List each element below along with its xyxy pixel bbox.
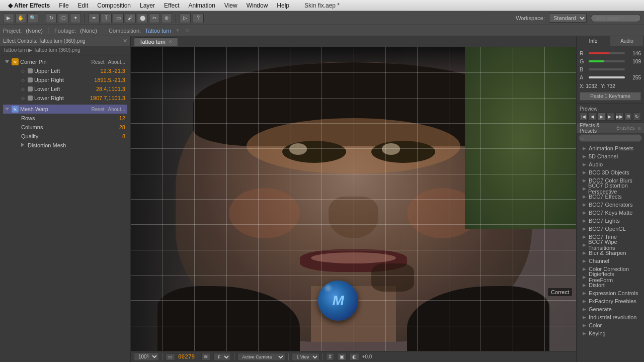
preview-first-btn[interactable]: |◀	[580, 113, 588, 121]
grid-btn[interactable]: #	[326, 353, 334, 360]
lower-right-value[interactable]: 1907.7,1101.3	[90, 95, 125, 101]
quality-row[interactable]: Quality 8	[3, 132, 127, 141]
collapse-left-panel[interactable]: ✕	[123, 38, 127, 44]
comp-name-value[interactable]: Tattoo turn	[145, 28, 171, 34]
text-tool[interactable]: T	[101, 13, 112, 23]
ep-item-bcc7keys[interactable]: ▶ BCC7 Keys Matte	[577, 209, 644, 217]
lower-left-value[interactable]: 28.4,1101.3	[96, 86, 125, 92]
comp-tab-tattoo-turn[interactable]: Tattoo turn ✕	[134, 37, 178, 46]
rotate-tool[interactable]: ↻	[46, 13, 57, 23]
menu-after-effects[interactable]: ◆ After Effects	[4, 1, 54, 10]
ep-item-channel[interactable]: ▶ Channel	[577, 257, 644, 265]
ep-brushes[interactable]: Brushes	[616, 125, 635, 131]
ep-item-audio[interactable]: ▶ Audio	[577, 160, 644, 168]
lower-right-row[interactable]: ◇ Lower Right 1907.7,1101.3	[3, 94, 127, 103]
safe-zones-btn[interactable]: ▣	[337, 353, 347, 360]
menu-edit[interactable]: Edit	[74, 1, 93, 10]
workspace-select[interactable]: Standard	[549, 14, 587, 23]
help-search-input[interactable]	[591, 14, 641, 22]
paste-keyframe-btn[interactable]: Paste 1 Keyframe	[580, 92, 641, 101]
menu-animation[interactable]: Animation	[184, 1, 219, 10]
ep-item-bcc3d[interactable]: ▶ BCC 3D Objects	[577, 168, 644, 176]
camera-select[interactable]: Active Camera	[237, 353, 285, 361]
mesh-warp-header[interactable]: fx Mesh Warp Reset About...	[3, 105, 127, 114]
roto-tool[interactable]: ✂	[149, 13, 160, 23]
preview-next-btn[interactable]: ▶|	[606, 113, 614, 121]
ep-item-fxfactory[interactable]: ▶ FxFactory Freebies	[577, 297, 644, 305]
render-tool[interactable]: ▷	[180, 13, 191, 23]
playback-resolution[interactable]: ▭	[166, 353, 175, 360]
ep-item-digi[interactable]: ▶ Digieffects FreeForm	[577, 273, 644, 281]
ep-item-generate[interactable]: ▶ Generate	[577, 305, 644, 313]
preview-play-btn[interactable]: ▶	[597, 113, 605, 121]
corner-pin-reset[interactable]: Reset	[91, 59, 104, 65]
menu-effect[interactable]: Effect	[160, 1, 183, 10]
right-panel: Info Audio R 146 G 109 B	[576, 36, 644, 362]
quality-label: Quality	[21, 133, 121, 139]
ep-item-bcc7gen[interactable]: ▶ BCC7 Generators	[577, 201, 644, 209]
ep-item-keying[interactable]: ▶ Keying	[577, 329, 644, 337]
selection-tool[interactable]: ▶	[3, 13, 14, 23]
tab-info[interactable]: Info	[577, 36, 610, 46]
xy-info: X: 1032 Y: 732	[580, 83, 641, 89]
tool-group-rotate: ↻ ⬡ ✦	[46, 13, 81, 23]
puppet-tool[interactable]: ⊕	[161, 13, 172, 23]
shape-tool[interactable]: ▭	[113, 13, 124, 23]
quality-select[interactable]: Full	[213, 353, 231, 361]
upper-left-value[interactable]: 12.3,-21.3	[100, 68, 125, 74]
menu-file[interactable]: File	[55, 1, 72, 10]
corner-pin-about[interactable]: About...	[108, 59, 125, 65]
preview-loop-btn[interactable]: ↻	[633, 113, 641, 121]
rows-row[interactable]: Rows 12	[3, 114, 127, 123]
upper-right-value[interactable]: 1891.5,-21.3	[94, 77, 125, 83]
menu-help[interactable]: Help	[273, 1, 293, 10]
columns-value[interactable]: 28	[119, 124, 125, 130]
pen-tool[interactable]: ✒	[89, 13, 100, 23]
stamp-tool[interactable]: ⬤	[137, 13, 148, 23]
ep-item-industrial[interactable]: ▶ Industrial revolution	[577, 313, 644, 321]
menu-layer[interactable]: Layer	[136, 1, 159, 10]
preview-last-btn[interactable]: ▶▶	[615, 113, 623, 121]
shoulder-left	[157, 286, 300, 351]
quality-value[interactable]: 8	[122, 133, 125, 139]
light-tool[interactable]: ✦	[70, 13, 81, 23]
mesh-warp-about[interactable]: About...	[108, 107, 125, 112]
mesh-warp-arrow[interactable]	[5, 107, 10, 112]
view-select[interactable]: 1 View	[292, 353, 319, 361]
camera-tool[interactable]: ⬡	[58, 13, 69, 23]
ep-item-expression[interactable]: ▶ Expression Controls	[577, 289, 644, 297]
comp-tab-close[interactable]: ✕	[169, 39, 173, 44]
rows-value[interactable]: 12	[119, 115, 125, 121]
upper-right-row[interactable]: ◇ Upper Right 1891.5,-21.3	[3, 75, 127, 84]
ep-item-bcc7ogl[interactable]: ▶ BCC7 OpenGL	[577, 225, 644, 233]
zoom-select[interactable]: 100%	[134, 352, 159, 361]
menu-view[interactable]: View	[220, 1, 242, 10]
columns-row[interactable]: Columns 28	[3, 123, 127, 132]
menu-window[interactable]: Window	[243, 1, 272, 10]
ep-item-bcc7wipe[interactable]: ▶ BCC7 Wipe Transitions	[577, 241, 644, 249]
paint-tool[interactable]: 🖌	[125, 13, 136, 23]
help-tool[interactable]: ?	[193, 13, 204, 23]
menu-composition[interactable]: Composition	[93, 1, 135, 10]
motion-blur-btn[interactable]: ≋	[201, 353, 210, 360]
ep-search-input[interactable]	[579, 134, 642, 142]
hand-tool[interactable]: ✋	[15, 13, 26, 23]
lower-left-row[interactable]: ◇ Lower Left 28.4,1101.3	[3, 84, 127, 94]
ep-item-bcc7dist[interactable]: ▶ BCC7 Distortion Perspective	[577, 185, 644, 193]
dm-arrow[interactable]	[21, 143, 26, 148]
ep-item-5d-channel[interactable]: ▶ 5D Channel	[577, 152, 644, 160]
corner-pin-header[interactable]: fx Corner Pin Reset About...	[3, 57, 127, 66]
ep-item-color[interactable]: ▶ Color	[577, 321, 644, 329]
ep-menu[interactable]: ≡	[638, 125, 641, 131]
upper-left-row[interactable]: ◇ Upper Left 12.3,-21.3	[3, 66, 127, 75]
ep-item-animation-presets[interactable]: ▶ Animation Presets	[577, 144, 644, 152]
corner-pin-arrow[interactable]	[5, 59, 10, 64]
mesh-warp-reset[interactable]: Reset	[91, 107, 104, 112]
tab-audio[interactable]: Audio	[610, 36, 644, 46]
preview-ram-btn[interactable]: ⊞	[624, 113, 632, 121]
ep-item-bcc7lights[interactable]: ▶ BCC7 Lights	[577, 217, 644, 225]
channels-btn[interactable]: ◐	[350, 353, 359, 360]
distortion-mesh-row[interactable]: Distortion Mesh	[3, 141, 127, 150]
zoom-tool[interactable]: 🔍	[27, 13, 38, 23]
preview-prev-btn[interactable]: ◀	[589, 113, 597, 121]
